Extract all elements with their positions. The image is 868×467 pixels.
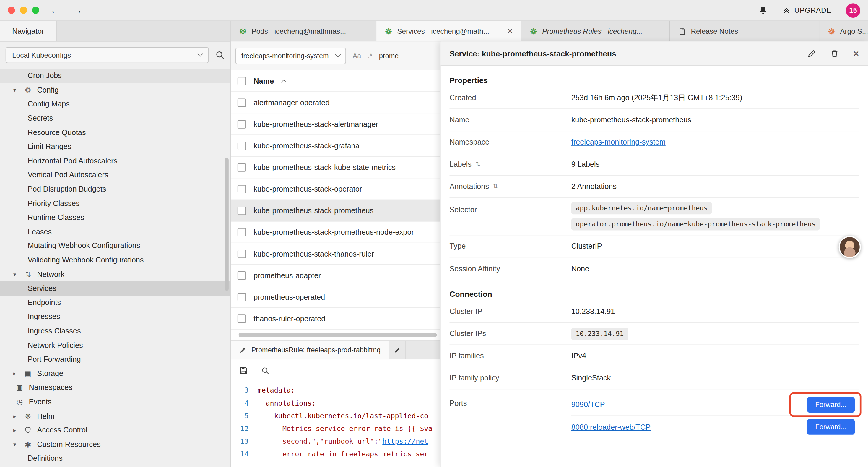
table-row-selected[interactable]: kube-prometheus-stack-prometheus <box>231 200 440 222</box>
namespace-filter-dropdown[interactable]: freeleaps-monitoring-system <box>235 47 346 64</box>
row-checkbox[interactable] <box>238 185 246 193</box>
forward-button-8080[interactable]: Forward... <box>807 419 855 435</box>
table-row[interactable]: kube-prometheus-stack-operator <box>231 178 440 200</box>
row-checkbox[interactable] <box>238 250 246 258</box>
list-search-input[interactable]: prome <box>379 52 399 59</box>
table-row[interactable]: kube-prometheus-stack-thanos-ruler <box>231 243 440 265</box>
back-arrow-icon[interactable]: ← <box>51 5 60 16</box>
forward-arrow-icon[interactable]: → <box>73 5 83 16</box>
sidebar-item-secrets[interactable]: Secrets <box>0 111 230 125</box>
navigator-tree: Cron Jobs ▾ ⚙ Config Config Maps Secrets… <box>0 68 230 467</box>
row-checkbox[interactable] <box>238 120 246 128</box>
sidebar-item-config-maps[interactable]: Config Maps <box>0 97 230 111</box>
sidebar-item-runtime-classes[interactable]: Runtime Classes <box>0 210 230 225</box>
dock-tab-partial[interactable] <box>390 341 406 359</box>
port-link-9090[interactable]: 9090/TCP <box>571 401 605 409</box>
row-checkbox[interactable] <box>238 98 246 107</box>
match-case-toggle[interactable]: Aa <box>353 52 361 59</box>
navigator-tab[interactable]: Navigator <box>0 21 57 41</box>
row-checkbox[interactable] <box>238 206 246 214</box>
sidebar-item-cron-jobs[interactable]: Cron Jobs <box>0 68 230 83</box>
sidebar-item-vertical-pod-autoscalers[interactable]: Vertical Pod Autoscalers <box>0 168 230 182</box>
select-all-checkbox[interactable] <box>238 77 246 85</box>
dock-tab-prometheusrule[interactable]: PrometheusRule: freeleaps-prod-rabbitmq <box>231 341 390 359</box>
edit-pencil-icon[interactable] <box>807 49 816 58</box>
editor-search-icon[interactable] <box>261 366 270 375</box>
sort-updown-icon[interactable]: ⇅ <box>475 160 480 168</box>
sidebar-item-services[interactable]: Services <box>0 282 230 296</box>
sidebar-search-icon[interactable] <box>215 51 225 60</box>
sidebar-item-limit-ranges[interactable]: Limit Ranges <box>0 140 230 154</box>
upgrade-button[interactable]: UPGRADE <box>782 6 831 14</box>
close-drawer-icon[interactable]: × <box>853 48 859 59</box>
sidebar-item-definitions[interactable]: Definitions <box>0 451 230 466</box>
minimize-window-button[interactable] <box>20 6 27 13</box>
row-checkbox[interactable] <box>238 293 246 301</box>
sort-updown-icon[interactable]: ⇅ <box>493 183 498 190</box>
sidebar-item-namespaces[interactable]: ▣ Namespaces <box>0 380 230 395</box>
maximize-window-button[interactable] <box>32 6 39 13</box>
sidebar-item-mutating-webhook-configurations[interactable]: Mutating Webhook Configurations <box>0 239 230 253</box>
sidebar-item-network-policies[interactable]: Network Policies <box>0 338 230 352</box>
user-avatar[interactable] <box>839 236 861 258</box>
close-tab-icon[interactable]: × <box>507 26 513 36</box>
forward-button-9090[interactable]: Forward... <box>807 397 855 412</box>
sidebar-scrollbar[interactable] <box>225 158 229 291</box>
sidebar-item-resource-quotas[interactable]: Resource Quotas <box>0 125 230 140</box>
sidebar-item-leases[interactable]: Leases <box>0 225 230 239</box>
namespace-link[interactable]: freeleaps-monitoring-system <box>571 138 665 146</box>
sidebar-item-config[interactable]: ▾ ⚙ Config <box>0 83 230 97</box>
labels-value: 9 Labels <box>571 160 859 169</box>
sidebar-item-storage[interactable]: ▸ ▤ Storage <box>0 366 230 380</box>
window-titlebar: ← → UPGRADE 15 <box>0 0 868 21</box>
notification-count-badge[interactable]: 15 <box>846 3 860 18</box>
row-checkbox[interactable] <box>238 314 246 322</box>
table-row[interactable]: kube-prometheus-stack-alertmanager <box>231 114 440 135</box>
table-row[interactable]: prometheus-operated <box>231 286 440 308</box>
table-row[interactable]: prometheus-adapter <box>231 265 440 286</box>
sidebar-item-horizontal-pod-autoscalers[interactable]: Horizontal Pod Autoscalers <box>0 154 230 168</box>
table-row[interactable]: kube-prometheus-stack-kube-state-metrics <box>231 157 440 178</box>
row-checkbox[interactable] <box>238 271 246 279</box>
tab-pods[interactable]: ☸ Pods - icecheng@mathmas... <box>231 21 376 41</box>
row-checkbox[interactable] <box>238 228 246 236</box>
horizontal-scrollbar[interactable] <box>231 329 440 341</box>
sidebar-item-access-control[interactable]: ▸ Access Control <box>0 423 230 437</box>
table-row[interactable]: kube-prometheus-stack-prometheus-node-ex… <box>231 222 440 243</box>
yaml-editor[interactable]: 3 metadata: 4 annotations: 5 kubectl.kub… <box>231 382 440 467</box>
tab-release-notes[interactable]: Release Notes <box>670 21 819 41</box>
sidebar-item-ingresses[interactable]: Ingresses <box>0 310 230 324</box>
sidebar-item-helm[interactable]: ▸ ☸ Helm <box>0 409 230 423</box>
tab-prometheus-rules[interactable]: ☸ Prometheus Rules - icecheng... <box>522 21 670 41</box>
tab-argo[interactable]: ☸ Argo S... <box>819 21 868 41</box>
row-checkbox[interactable] <box>238 163 246 171</box>
sidebar-item-validating-webhook-configurations[interactable]: Validating Webhook Configurations <box>0 253 230 267</box>
tab-services[interactable]: ☸ Services - icecheng@math... × <box>376 21 522 41</box>
table-row[interactable]: thanos-ruler-operated <box>231 308 440 329</box>
name-value: kube-prometheus-stack-prometheus <box>571 116 859 124</box>
close-window-button[interactable] <box>8 6 15 13</box>
sidebar-item-custom-resources[interactable]: ▾ ∗ Custom Resources <box>0 437 230 451</box>
port-line-8080: 8080:reloader-web/TCP Forward... <box>571 416 859 438</box>
bell-icon[interactable] <box>758 6 768 15</box>
asterisk-icon: ∗ <box>23 439 33 449</box>
ip-family-policy-value: SingleStack <box>571 374 859 382</box>
table-row[interactable]: alertmanager-operated <box>231 92 440 114</box>
sidebar-item-priority-classes[interactable]: Priority Classes <box>0 196 230 210</box>
sidebar-item-pod-disruption-budgets[interactable]: Pod Disruption Budgets <box>0 182 230 196</box>
save-icon[interactable] <box>239 366 248 375</box>
table-row[interactable]: kube-prometheus-stack-grafana <box>231 135 440 157</box>
regex-toggle[interactable]: .* <box>368 52 373 59</box>
editor-line: 12 Metrics service error rate is {{ $va <box>231 422 440 435</box>
dock-tabbar: PrometheusRule: freeleaps-prod-rabbitmq <box>231 341 440 359</box>
sidebar-item-port-forwarding[interactable]: Port Forwarding <box>0 352 230 366</box>
sidebar-item-endpoints[interactable]: Endpoints <box>0 296 230 310</box>
sidebar-item-events[interactable]: ◷ Events <box>0 395 230 409</box>
trash-icon[interactable] <box>830 49 838 58</box>
sidebar-item-network[interactable]: ▾ ⇅ Network <box>0 267 230 282</box>
port-link-8080[interactable]: 8080:reloader-web/TCP <box>571 423 651 431</box>
name-column-header[interactable]: Name <box>253 77 274 85</box>
kubeconfig-selector[interactable]: Local Kubeconfigs <box>6 47 209 63</box>
sidebar-item-ingress-classes[interactable]: Ingress Classes <box>0 324 230 338</box>
row-checkbox[interactable] <box>238 142 246 150</box>
